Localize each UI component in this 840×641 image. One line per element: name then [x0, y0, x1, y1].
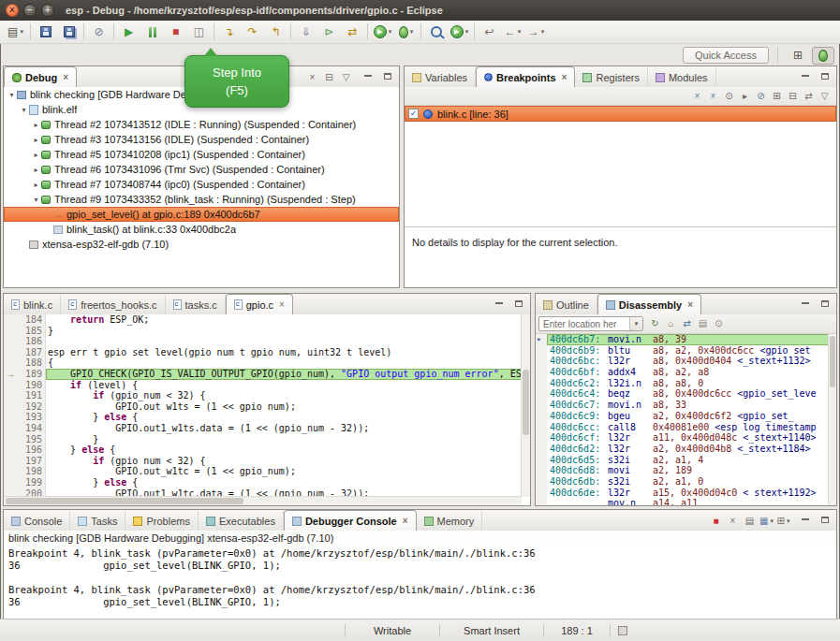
view-menu-icon[interactable]: ▽ [817, 89, 833, 104]
minimize-view-icon[interactable] [491, 296, 507, 311]
view-tab-debug[interactable]: Debug× [4, 66, 77, 87]
close-tab-icon[interactable]: × [279, 299, 285, 310]
expand-icon[interactable]: ▸ [31, 181, 41, 189]
collapse-icon[interactable]: ▾ [31, 196, 41, 204]
step-into-icon[interactable]: ↴ [217, 22, 241, 42]
view-tab-outline[interactable]: Outline [536, 295, 597, 314]
go-to-file-for-breakpoint-icon[interactable]: ▸ [737, 89, 753, 104]
editor-tab-blink-c[interactable]: blink.c [4, 295, 61, 314]
view-tab-variables[interactable]: Variables [405, 67, 476, 87]
maximize-view-icon[interactable] [817, 512, 833, 527]
view-tab-problems[interactable]: Problems [125, 511, 198, 531]
disassembly-line[interactable]: 400dc6bf:addx4a8, a2, a8 [536, 367, 829, 378]
debug-tree-item[interactable]: →gpio_set_level() at gpio.c:189 0x400dc6… [4, 207, 399, 222]
skip-all-breakpoints-icon[interactable]: ⊘ [753, 89, 769, 104]
remove-selected-breakpoints-icon[interactable]: × [689, 89, 705, 104]
maximize-view-icon[interactable] [817, 68, 833, 83]
step-return-icon[interactable]: ↰ [264, 22, 287, 42]
quick-access-button[interactable]: Quick Access [683, 47, 769, 64]
minimize-view-icon[interactable] [360, 68, 376, 83]
terminate-icon[interactable]: ■ [708, 514, 724, 529]
suspend-icon[interactable] [140, 22, 164, 42]
step-over-icon[interactable]: ↷ [241, 22, 264, 42]
statusbar-button[interactable] [618, 626, 627, 635]
console-output[interactable]: Breakpoint 4, blink_task (pvParameter=0x… [4, 546, 836, 619]
display-selected-console-icon[interactable]: ▦▾ [759, 514, 774, 529]
debug-tree-item[interactable]: ▸Thread #2 1073413512 (IDLE : Running) (… [4, 117, 399, 132]
code-editor[interactable]: 184 return ESP_OK;185}186187esp_err_t gp… [4, 314, 522, 497]
breakpoint-item[interactable]: ✓blink.c [line: 36] [405, 106, 836, 122]
collapse-icon[interactable]: ▾ [19, 106, 29, 114]
forward-icon[interactable]: →▾ [524, 22, 548, 42]
scrollbar-thumb[interactable] [523, 370, 529, 435]
maximize-view-icon[interactable] [510, 296, 526, 311]
disassembly-line[interactable]: 400dc6db:s32ia2, a1, 0 [536, 476, 829, 488]
close-tab-icon[interactable]: × [687, 299, 693, 310]
disassembly-line[interactable]: 400dc6c7:movi.na8, 33 [536, 400, 829, 411]
disassembly-line[interactable]: ▸400dc6b7:movi.na8, 39 [536, 334, 829, 345]
debug-perspective-icon[interactable] [812, 47, 834, 65]
remove-launch-icon[interactable]: × [725, 514, 741, 529]
show-breakpoints-supported-icon[interactable]: ⊙ [721, 89, 737, 104]
open-console-icon[interactable]: ⊞▾ [775, 514, 791, 529]
debug-icon[interactable]: ▾ [394, 22, 418, 42]
debug-tree-item[interactable]: ▸Thread #5 1073410208 (ipc1) (Suspended … [4, 147, 399, 162]
disassembly-line[interactable]: 400dc6de:l32ra15, 0x400d04c0 <_stext+119… [536, 488, 829, 499]
expand-all-icon[interactable]: ⊞ [769, 89, 785, 104]
debug-tree-item[interactable]: ▸Thread #3 1073413156 (IDLE) (Suspended … [4, 132, 399, 147]
save-icon[interactable] [34, 22, 57, 42]
breakpoint-checkbox[interactable]: ✓ [408, 109, 419, 119]
view-tab-disassembly[interactable]: Disassembly× [597, 294, 701, 314]
editor-horizontal-scrollbar[interactable] [4, 496, 522, 505]
combo-dropdown-icon[interactable]: ▾ [629, 317, 642, 330]
debug-tree-item[interactable]: ▸Thread #7 1073408744 (ipc0) (Suspended … [4, 177, 399, 192]
collapse-all-icon[interactable]: ⊟ [321, 70, 337, 85]
track-current-instruction-icon[interactable]: ⊙ [711, 316, 727, 331]
disassembly-line[interactable]: 400dc6d5:s32ia2, a1, 4 [536, 455, 829, 466]
skip-all-breakpoints-icon[interactable]: ⊘ [87, 22, 111, 42]
disassembly-line[interactable]: 400dc6d2:l32ra2, 0x400d04b8 <_stext+1184… [536, 444, 829, 455]
last-edit-location-icon[interactable]: ↩ [478, 22, 501, 42]
close-tab-icon[interactable]: × [562, 72, 567, 82]
close-tab-icon[interactable]: × [63, 72, 68, 82]
maximize-view-icon[interactable] [817, 296, 833, 311]
window-minimize-button[interactable]: − [23, 4, 37, 17]
show-source-icon[interactable]: ▤ [695, 316, 711, 331]
disassembly-line[interactable]: 400dc6bc:l32ra8, 0x400d0404 <_stext+1132… [536, 356, 829, 367]
scrollbar-thumb[interactable] [6, 498, 243, 504]
disassembly-line[interactable]: 400dc6c2:l32i.na8, a8, 0 [536, 378, 829, 389]
disassembly-line[interactable]: 400dc6cf:l32ra11, 0x400d048c <_stext+114… [536, 432, 829, 444]
view-tab-breakpoints[interactable]: Breakpoints× [476, 66, 575, 87]
save-all-icon[interactable] [57, 22, 81, 42]
disassembly-line[interactable]: 400dc6c4:beqza8, 0x400dc6cc <gpio_set_le… [536, 388, 829, 400]
disassembly-vertical-scrollbar[interactable] [828, 334, 836, 505]
resume-icon[interactable]: ▶ [117, 22, 140, 42]
debug-tree[interactable]: ▾blink checking [GDB Hardware De▾blink.e… [4, 87, 399, 287]
expand-icon[interactable]: ▸ [31, 166, 41, 174]
open-perspective-icon[interactable]: ⊞ [787, 47, 809, 65]
view-menu-icon[interactable]: ▽ [338, 70, 354, 85]
editor-tab-tasks-c[interactable]: tasks.c [166, 295, 226, 314]
disassembly-line[interactable]: 400dc6b9:bltua8, a2, 0x400dc6cc <gpio_se… [536, 345, 829, 357]
run-icon[interactable]: ▶▾ [371, 22, 394, 42]
disassembly-line[interactable]: 400dc6d8:movia2, 189 [536, 465, 829, 476]
disassembly-line[interactable]: 400dc6c9:bgeua2, 0x400dc6f2 <gpio_set_ [536, 411, 829, 422]
sync-with-active-context-icon[interactable]: ⇄ [679, 316, 695, 331]
disconnect-icon[interactable]: ◫ [187, 22, 211, 42]
location-combo[interactable]: Enter location her ▾ [538, 316, 643, 331]
debug-tree-item[interactable]: blink_task() at blink.c:33 0x400dbc2a [4, 222, 399, 237]
debug-tree-item[interactable]: ▸Thread #6 1073431096 (Tmr Svc) (Suspend… [4, 162, 399, 177]
clear-console-icon[interactable]: ▤ [742, 514, 758, 529]
view-tab-console[interactable]: Console [4, 511, 70, 531]
external-tools-icon[interactable]: ▶▾ [448, 22, 471, 42]
remove-all-terminated-icon[interactable]: × [304, 70, 320, 85]
close-tab-icon[interactable]: × [403, 516, 408, 526]
debug-tree-item[interactable]: ▾Thread #9 1073433352 (blink_task : Runn… [4, 192, 399, 207]
window-maximize-button[interactable]: + [41, 4, 54, 17]
breakpoints-list[interactable]: ✓blink.c [line: 36] [405, 106, 836, 226]
view-tab-executables[interactable]: Executables [199, 511, 284, 531]
maximize-view-icon[interactable] [379, 68, 395, 83]
editor-vertical-scrollbar[interactable] [521, 314, 530, 497]
minimize-view-icon[interactable] [797, 68, 813, 83]
editor-tab-freertos-hooks-c[interactable]: freertos_hooks.c [61, 295, 165, 314]
